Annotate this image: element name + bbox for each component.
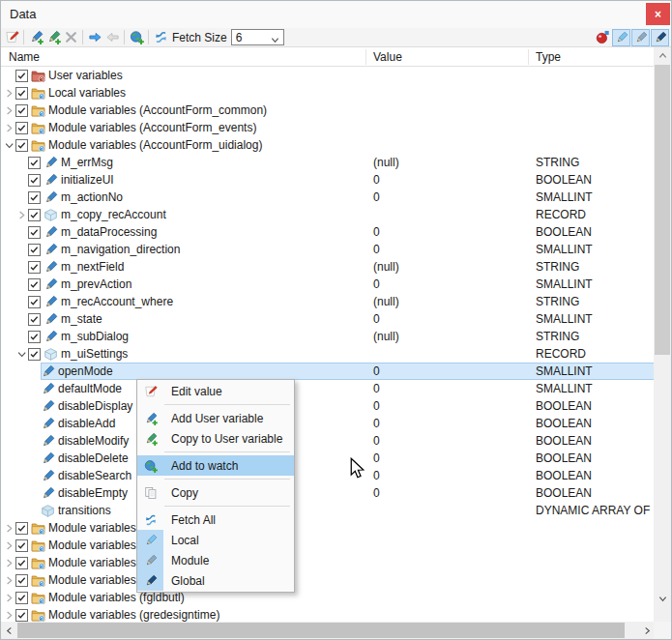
global-filter-toggle[interactable] [651,29,669,46]
row-checkbox[interactable] [15,104,28,117]
row-checkbox[interactable] [28,174,41,187]
tree-row[interactable]: m_navigation_direction0SMALLINT [1,241,656,258]
tree-row[interactable]: disableSearch0BOOLEAN [1,467,656,484]
column-header-type[interactable]: Type [536,47,561,67]
copy-to-user-variable-button[interactable] [44,29,62,46]
tree-row[interactable]: disableEmpty0BOOLEAN [1,484,656,502]
menu-item-label: Copy [163,486,198,500]
row-checkbox[interactable] [28,226,41,239]
column-header-value[interactable]: Value [373,47,402,67]
chevron-right-icon[interactable] [3,103,15,117]
chevron-right-icon[interactable] [3,538,15,552]
tree-row[interactable]: m_state0SMALLINT [1,310,656,328]
row-checkbox[interactable] [15,574,28,587]
menu-copy-to-user-variable[interactable]: Copy to User variable [137,428,294,449]
menu-add-user-variable[interactable]: Add User variable [137,408,294,428]
next-button[interactable] [86,29,103,46]
row-checkbox[interactable] [15,522,28,535]
module-filter-toggle[interactable] [631,29,650,46]
tree-row[interactable]: Module variables [1,537,656,554]
row-checkbox[interactable] [28,191,41,204]
row-checkbox[interactable] [15,70,28,82]
tree-row[interactable]: disableDisplay0BOOLEAN [1,397,656,415]
menu-global[interactable]: Global [137,570,294,591]
tree-row[interactable]: M_errMsg(null)STRING [1,154,656,171]
row-checkbox[interactable] [15,139,28,152]
column-divider[interactable] [365,49,366,65]
tree-row[interactable]: Module variables (AccountForm_common) [1,102,656,119]
chevron-right-icon[interactable] [3,608,15,622]
row-checkbox[interactable] [28,261,41,274]
menu-fetch-all[interactable]: Fetch All [137,509,294,530]
menu-add-to-watch[interactable]: Add to watch [137,455,294,476]
row-checkbox[interactable] [15,539,28,552]
add-to-watch-button[interactable] [128,29,145,46]
tree-row[interactable]: User variables [1,67,656,84]
chevron-right-icon[interactable] [3,121,15,134]
row-checkbox[interactable] [15,557,28,569]
scroll-down-icon[interactable] [654,591,671,606]
fetch-size-combobox[interactable]: 6 [231,29,284,45]
tree-row[interactable]: Module variables (AccountForm_uidialog) [1,136,656,154]
tree-row[interactable]: Local variables [1,84,656,102]
chevron-right-icon[interactable] [3,521,15,535]
tree-row[interactable]: defaultMode0SMALLINT [1,380,656,397]
tree-row[interactable]: Module variables (fgldbutl) [1,589,656,606]
tree-row[interactable]: Module variables [1,571,656,589]
chevron-down-icon[interactable] [15,347,28,361]
row-checkbox[interactable] [28,348,41,361]
tree-row[interactable]: disableAdd0BOOLEAN [1,415,656,432]
tree-row[interactable]: m_actionNo0SMALLINT [1,189,656,206]
close-icon[interactable]: × [646,3,670,25]
vertical-scrollbar[interactable] [654,47,671,624]
tree-row[interactable]: disableDelete0BOOLEAN [1,450,656,467]
chevron-right-icon[interactable] [3,556,15,569]
vertical-scrollbar-thumb[interactable] [655,65,670,355]
menu-module[interactable]: Module [137,550,294,570]
row-checkbox[interactable] [15,592,28,604]
tree-row[interactable]: initializeUI0BOOLEAN [1,171,656,189]
chevron-right-icon[interactable] [15,208,28,221]
row-checkbox[interactable] [15,609,28,622]
row-type: STRING [528,295,656,308]
scroll-up-icon[interactable] [654,47,671,63]
column-header-name[interactable]: Name [9,47,40,67]
row-checkbox[interactable] [28,244,41,256]
tree-row[interactable]: m_uiSettingsRECORD [1,345,656,363]
chevron-down-icon[interactable] [3,138,15,152]
tree-row[interactable]: Module variables (AccountForm_events) [1,119,656,136]
horizontal-scrollbar[interactable] [1,622,656,639]
tree-row[interactable]: disableModify0BOOLEAN [1,432,656,450]
row-checkbox[interactable] [28,209,41,221]
row-checkbox[interactable] [28,331,41,343]
edit-value-button[interactable] [3,29,20,46]
tree-row[interactable]: m_recAccount_where(null)STRING [1,293,656,310]
menu-local[interactable]: Local [137,530,294,550]
tree-row[interactable]: m_copy_recAccountRECORD [1,206,656,223]
chevron-right-icon[interactable] [3,86,15,100]
chevron-right-icon[interactable] [3,591,15,604]
add-user-variable-button[interactable] [27,29,44,46]
row-checkbox[interactable] [28,157,41,169]
tree-row[interactable]: openMode0SMALLINT [1,363,656,380]
column-divider[interactable] [528,49,529,65]
tree-row[interactable]: m_dataProcessing0BOOLEAN [1,223,656,241]
scroll-left-icon[interactable] [1,622,17,639]
row-checkbox[interactable] [28,278,41,291]
fetch-button[interactable] [152,29,169,46]
horizontal-scrollbar-thumb[interactable] [17,623,625,638]
local-filter-toggle[interactable] [612,29,630,46]
chevron-right-icon[interactable] [3,573,15,587]
tree-row[interactable]: Module variables [1,554,656,571]
menu-copy[interactable]: Copy [137,482,294,503]
tree-row[interactable]: transitionsDYNAMIC ARRAY OF RECO [1,502,656,519]
row-checkbox[interactable] [15,122,28,134]
tree-row[interactable]: Module variables [1,519,656,537]
row-checkbox[interactable] [28,313,41,326]
tree-row[interactable]: m_nextField(null)STRING [1,258,656,276]
tree-row[interactable]: m_prevAction0SMALLINT [1,276,656,293]
row-checkbox[interactable] [28,296,41,308]
row-checkbox[interactable] [15,87,28,100]
tree-row[interactable]: m_subDialog(null)STRING [1,328,656,345]
menu-edit-value[interactable]: Edit value [137,381,294,401]
